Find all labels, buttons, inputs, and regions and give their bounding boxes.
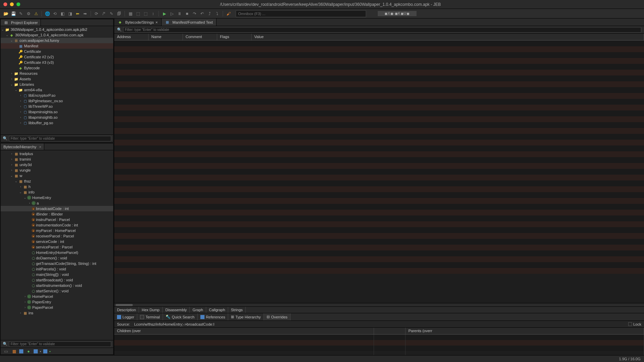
table-row[interactable] bbox=[114, 169, 644, 175]
tree-row[interactable]: › ▦ ins bbox=[1, 310, 113, 316]
tab-description[interactable]: Description bbox=[114, 307, 139, 313]
table-row[interactable] bbox=[114, 163, 644, 169]
table-row[interactable] bbox=[114, 145, 644, 151]
tab-callgraph[interactable]: Callgraph bbox=[206, 307, 228, 313]
tree-row[interactable]: › ▢ libbuffer_pg.so bbox=[1, 120, 113, 126]
col-parents[interactable]: Parents (overr bbox=[406, 328, 644, 334]
tree-row[interactable]: › ▢ libEncryptorP.so bbox=[1, 93, 113, 98]
tree-row[interactable]: ▦ Manifest bbox=[1, 43, 113, 49]
action6-icon[interactable]: ⤵ bbox=[214, 11, 220, 17]
tab-references[interactable]: References bbox=[198, 313, 228, 320]
tree-row[interactable]: ● serviceParcel : Parcel bbox=[1, 244, 113, 250]
table-row[interactable] bbox=[114, 245, 644, 250]
tree-row[interactable]: 🔑 Certificate #3 (v3) bbox=[1, 60, 113, 65]
table-row[interactable] bbox=[114, 40, 644, 46]
horizontal-scrollbar[interactable] bbox=[114, 303, 644, 306]
table-row[interactable] bbox=[114, 110, 644, 116]
action4-icon[interactable]: ↶ bbox=[199, 11, 205, 17]
tree-row[interactable]: › ▦ unity3d bbox=[1, 162, 113, 167]
table-row[interactable] bbox=[114, 186, 644, 192]
edit-icon[interactable]: ✎ bbox=[18, 11, 24, 17]
warning-icon[interactable]: ⚠ bbox=[33, 11, 39, 17]
tree-row[interactable]: ● receiverParcel : Parcel bbox=[1, 233, 113, 239]
table-row[interactable] bbox=[114, 175, 644, 180]
col-name[interactable]: Name bbox=[149, 34, 183, 40]
tree-row[interactable]: ⌄ ◆ 360Wallpaper_1.0.4_apkcombo.com.apk bbox=[1, 32, 113, 38]
col-value[interactable]: Value bbox=[251, 34, 644, 40]
tab-graph[interactable]: Graph bbox=[190, 307, 206, 313]
table-row[interactable] bbox=[114, 46, 644, 52]
table-row[interactable] bbox=[114, 221, 644, 227]
project-filter-input[interactable] bbox=[9, 136, 111, 141]
table-row[interactable] bbox=[114, 268, 644, 274]
hierarchy-tree[interactable]: › ▦ tradplus › ▦ tramini › ▦ unity3d › ▦… bbox=[1, 150, 113, 316]
lock-checkbox[interactable] bbox=[628, 322, 632, 326]
tree-row[interactable]: › C a bbox=[1, 200, 113, 206]
tree-row[interactable]: › ▦ tradplus bbox=[1, 151, 113, 156]
table-row[interactable] bbox=[114, 81, 644, 87]
stop-icon[interactable]: ■ bbox=[184, 11, 190, 17]
tab-strings[interactable]: Strings bbox=[228, 307, 246, 313]
toggle5[interactable] bbox=[34, 349, 38, 353]
col-children[interactable]: Children (over bbox=[114, 328, 374, 334]
pause-icon[interactable]: ⏸ bbox=[176, 11, 183, 17]
tree-row[interactable]: › C PaperEntry bbox=[1, 299, 113, 305]
table-row[interactable] bbox=[114, 140, 644, 145]
tree-row[interactable]: ⌄ 📁 Libraries bbox=[1, 82, 113, 87]
comment-icon[interactable]: /* bbox=[101, 11, 107, 17]
tree-row[interactable]: ⌄ 📁 arm64-v8a bbox=[1, 87, 113, 93]
tree-row[interactable]: › 📁 Resources bbox=[1, 71, 113, 76]
table-row[interactable] bbox=[114, 99, 644, 105]
tree-row[interactable]: › ▦ h bbox=[1, 184, 113, 189]
grid-icon[interactable]: ▦ bbox=[127, 11, 133, 17]
tab-bytecode-strings[interactable]: ◆ Bytecode/Strings × bbox=[114, 19, 162, 26]
tab-quicksearch[interactable]: 🔦Quick Search bbox=[163, 313, 198, 320]
tree-row[interactable]: ● broadcastCode : int bbox=[1, 206, 113, 211]
action5-icon[interactable]: ⤴ bbox=[207, 11, 213, 17]
blocks-icon[interactable]: ⬚ bbox=[135, 11, 141, 17]
lock-toggle[interactable]: Lock bbox=[628, 322, 641, 326]
table-row[interactable] bbox=[114, 75, 644, 81]
table-row[interactable] bbox=[114, 122, 644, 128]
table-row[interactable] bbox=[114, 52, 644, 58]
tree-row[interactable]: ● instrumentationCode : int bbox=[1, 222, 113, 228]
tree-row[interactable]: › ▢ libapminsightb.so bbox=[1, 115, 113, 120]
tree-row[interactable]: › ▢ libThreeWP.so bbox=[1, 104, 113, 109]
table-row[interactable] bbox=[114, 134, 644, 140]
tree-row[interactable]: ● myParcel : HomeParcel bbox=[1, 228, 113, 233]
tab-hexdump[interactable]: Hex Dump bbox=[139, 307, 163, 313]
tree-row[interactable]: ◯ getTransactCode(String, String) : int bbox=[1, 261, 113, 266]
refresh-icon[interactable]: ⟳ bbox=[93, 11, 99, 17]
table-row[interactable] bbox=[114, 198, 644, 204]
tree-row[interactable]: 🔑 Certificate bbox=[1, 49, 113, 54]
toggle3[interactable] bbox=[19, 349, 23, 353]
tree-row[interactable]: ◯ startService() : void bbox=[1, 288, 113, 294]
table-row[interactable] bbox=[114, 204, 644, 210]
tree-row[interactable]: › ▦ tramini bbox=[1, 156, 113, 162]
toggle1-icon[interactable]: ▭ bbox=[3, 348, 9, 354]
forward-icon[interactable]: ➡ bbox=[82, 11, 88, 17]
blocks2-icon[interactable]: ⬚ bbox=[142, 11, 149, 17]
omnibox-input[interactable] bbox=[236, 10, 366, 17]
toggle2-icon[interactable]: ▦ bbox=[11, 348, 17, 354]
tree-row[interactable]: ● iBinder : IBinder bbox=[1, 211, 113, 217]
table-row[interactable] bbox=[114, 58, 644, 64]
open-icon[interactable]: 📂 bbox=[3, 11, 9, 17]
tree-row[interactable]: › ▢ libapminsighta.so bbox=[1, 109, 113, 115]
table-row[interactable] bbox=[114, 256, 644, 262]
tab-overrides[interactable]: ⊟Overrides bbox=[264, 313, 291, 320]
col-address[interactable]: Address bbox=[114, 34, 149, 40]
close-icon[interactable]: × bbox=[39, 145, 41, 149]
tab-disassembly[interactable]: Disassembly bbox=[163, 307, 190, 313]
table-row[interactable] bbox=[114, 87, 644, 93]
tree-row[interactable]: ⌄ ▦ w bbox=[1, 173, 113, 178]
table-row[interactable] bbox=[114, 215, 644, 221]
table-row[interactable] bbox=[114, 239, 644, 245]
action3-icon[interactable]: ↷ bbox=[191, 11, 198, 17]
tree-row[interactable]: › 📁 Assets bbox=[1, 76, 113, 82]
sort-icon[interactable]: ↕ bbox=[150, 11, 156, 17]
sync-icon[interactable]: ⟲ bbox=[52, 11, 58, 17]
zoom-window-button[interactable] bbox=[16, 2, 20, 6]
col-flags[interactable]: Flags bbox=[217, 34, 251, 40]
tree-row[interactable]: ◯ doDaemon() : void bbox=[1, 255, 113, 261]
